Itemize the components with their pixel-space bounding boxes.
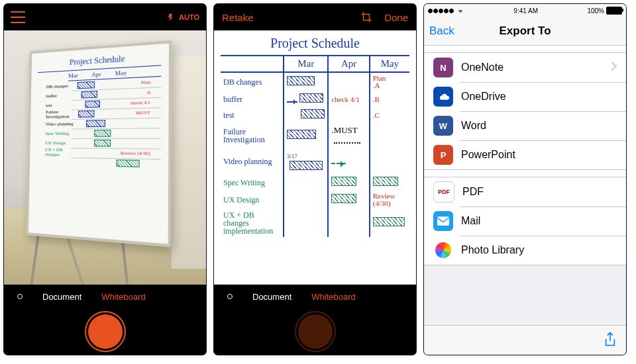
pt-b: .B xyxy=(370,91,409,107)
row-label: Video planning xyxy=(46,122,74,127)
onenote-icon: N xyxy=(433,58,453,77)
shutter-button-disabled xyxy=(298,314,333,349)
review-annot: Review (4/30) xyxy=(121,151,150,156)
row-label: DB changes xyxy=(46,83,75,89)
month-mar: Mar xyxy=(68,72,78,79)
row-powerpoint[interactable]: P PowerPoint xyxy=(424,140,626,169)
must-annot: MUST xyxy=(136,110,150,115)
powerpoint-icon: P xyxy=(433,145,453,165)
row-spec: Spec Writing xyxy=(221,175,284,191)
row-video: Video planning xyxy=(221,148,284,175)
date-small: 3/17 xyxy=(287,153,297,159)
row-label: OneDrive xyxy=(461,91,506,103)
shutter-button[interactable] xyxy=(88,314,123,349)
row-uxdb: UX + DB changes implementation xyxy=(221,209,284,237)
processed-whiteboard: Project Schedule Mar Apr May DB changes … xyxy=(214,30,416,285)
row-mail[interactable]: Mail xyxy=(424,206,626,236)
row-label: UX Design xyxy=(45,141,74,146)
nav-title: Export To xyxy=(424,24,626,38)
signal-icon xyxy=(428,9,454,13)
row-pdf[interactable]: PDF PDF xyxy=(424,177,626,206)
flash-icon xyxy=(167,13,175,22)
capture-review-screen: Retake Done Project Schedule Mar Apr May… xyxy=(214,4,416,355)
crop-icon[interactable] xyxy=(360,11,372,23)
share-icon[interactable] xyxy=(604,332,617,349)
nav-bar: Back Export To xyxy=(424,17,626,46)
pt-c: .C xyxy=(370,107,409,123)
furniture xyxy=(170,57,206,269)
pdf-icon: PDF xyxy=(433,181,454,203)
col-may: May xyxy=(370,56,409,72)
camera-topbar: AUTO xyxy=(4,4,206,30)
pt: A xyxy=(146,90,150,95)
row-label: Photo Library xyxy=(461,244,524,256)
mode-selector: Document Whiteboard xyxy=(4,285,206,308)
mode-dot xyxy=(17,294,23,299)
whiteboard-title: Project Schedule xyxy=(221,36,409,56)
row-onedrive[interactable]: OneDrive xyxy=(424,82,626,111)
row-label: Word xyxy=(461,120,486,132)
plan-annot: Plan xyxy=(141,79,150,85)
done-button[interactable]: Done xyxy=(384,12,408,23)
row-onenote[interactable]: N OneNote xyxy=(424,53,626,82)
row-label: UX + DB changes xyxy=(45,148,74,158)
row-label: Mail xyxy=(461,215,480,227)
camera-screen: AUTO Project Schedule Mar Apr May xyxy=(4,4,206,355)
battery-icon xyxy=(606,7,622,15)
status-time: 9:41 AM xyxy=(513,7,538,15)
schedule-table: Mar Apr May DB changes Plan.A buffer che… xyxy=(221,56,409,237)
row-label: PDF xyxy=(462,186,484,198)
export-screen: 9:41 AM 100% Back Export To N OneNote xyxy=(424,4,626,355)
export-list: N OneNote OneDrive W Word xyxy=(424,46,626,265)
row-label: buffer xyxy=(46,93,74,99)
export-group-office: N OneNote OneDrive W Word xyxy=(424,52,626,170)
month-apr: Apr xyxy=(91,71,101,78)
svg-rect-0 xyxy=(437,216,449,226)
shutter-bar xyxy=(214,308,416,355)
shutter-bar xyxy=(4,308,206,355)
row-photos[interactable]: Photo Library xyxy=(424,236,626,265)
col-apr: Apr xyxy=(328,56,369,72)
plan-annot: Plan.A xyxy=(370,72,409,91)
mode-document[interactable]: Document xyxy=(42,292,81,302)
mail-icon xyxy=(433,211,453,231)
row-ux: UX Design xyxy=(221,191,284,209)
photos-icon xyxy=(433,240,453,260)
month-may: May xyxy=(115,69,127,77)
col-mar: Mar xyxy=(284,56,328,72)
export-group-system: PDF PDF Mail Photo Library xyxy=(424,177,626,265)
mode-document[interactable]: Document xyxy=(252,292,292,302)
camera-viewport[interactable]: Project Schedule Mar Apr May DB changesP… xyxy=(4,30,206,285)
check-annot: check 4/1 xyxy=(328,91,369,107)
wifi-icon xyxy=(456,8,464,14)
status-bar: 9:41 AM 100% xyxy=(424,4,626,17)
mode-whiteboard[interactable]: Whiteboard xyxy=(101,292,145,302)
mode-whiteboard[interactable]: Whiteboard xyxy=(311,292,355,302)
chevron-right-icon xyxy=(611,62,617,73)
must-annot: .MUST xyxy=(328,123,369,148)
status-battery-pct: 100% xyxy=(587,7,604,15)
word-icon: W xyxy=(433,116,453,136)
whiteboard-easel: Project Schedule Mar Apr May DB changesP… xyxy=(26,41,166,241)
row-label: PowerPoint xyxy=(461,149,515,161)
flash-toggle[interactable]: AUTO xyxy=(167,13,199,22)
review-topbar: Retake Done xyxy=(214,4,416,30)
flash-mode-label: AUTO xyxy=(179,13,199,21)
row-failure: Failure Investigation xyxy=(221,123,284,148)
row-test: test xyxy=(221,107,284,123)
row-label: test xyxy=(46,103,74,108)
row-label: Failure Investigation xyxy=(46,109,74,119)
row-label: Spec Writing xyxy=(45,131,74,136)
mode-dot xyxy=(227,294,233,299)
check-annot: check 4/1 xyxy=(131,100,150,105)
retake-button[interactable]: Retake xyxy=(222,12,254,23)
mode-selector: Document Whiteboard xyxy=(214,285,416,308)
row-buffer: buffer xyxy=(221,91,284,107)
hamburger-icon[interactable] xyxy=(11,11,25,23)
onedrive-icon xyxy=(433,87,453,107)
row-label: OneNote xyxy=(461,62,504,73)
row-db-changes: DB changes xyxy=(221,72,284,91)
bottom-toolbar xyxy=(424,325,626,355)
review-annot: Review (4/30) xyxy=(370,191,409,209)
row-word[interactable]: W Word xyxy=(424,111,626,140)
